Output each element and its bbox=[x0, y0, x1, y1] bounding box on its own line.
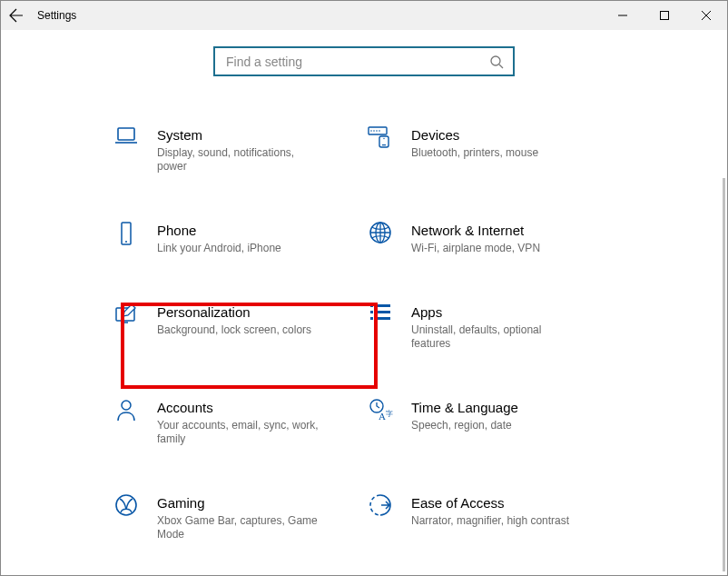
scrollbar-thumb[interactable] bbox=[723, 178, 725, 571]
item-title: Apps bbox=[411, 304, 575, 321]
svg-point-4 bbox=[370, 130, 372, 132]
phone-icon bbox=[117, 221, 135, 246]
content-area: System Display, sound, notifications, po… bbox=[1, 30, 727, 541]
item-phone[interactable]: Phone Link your Android, iPhone bbox=[110, 223, 364, 255]
devices-icon bbox=[367, 125, 394, 149]
item-title: Network & Internet bbox=[411, 223, 540, 239]
minimize-icon bbox=[617, 10, 628, 21]
search-bar[interactable] bbox=[213, 46, 515, 76]
svg-text:字: 字 bbox=[386, 410, 393, 418]
item-title: Personalization bbox=[157, 304, 311, 321]
item-desc: Wi-Fi, airplane mode, VPN bbox=[411, 242, 540, 255]
item-apps[interactable]: Apps Uninstall, defaults, optional featu… bbox=[364, 304, 618, 351]
xbox-icon bbox=[114, 493, 138, 517]
settings-grid: System Display, sound, notifications, po… bbox=[110, 127, 618, 541]
item-desc: Xbox Game Bar, captures, Game Mode bbox=[157, 514, 320, 541]
item-network[interactable]: Network & Internet Wi-Fi, airplane mode,… bbox=[364, 223, 618, 255]
svg-rect-16 bbox=[370, 304, 373, 307]
time-language-icon: A字 bbox=[368, 398, 393, 422]
item-devices[interactable]: Devices Bluetooth, printers, mouse bbox=[364, 127, 618, 174]
svg-text:A: A bbox=[379, 411, 386, 422]
item-title: Gaming bbox=[157, 495, 320, 511]
laptop-icon bbox=[113, 125, 139, 147]
svg-rect-18 bbox=[370, 311, 373, 313]
item-desc: Display, sound, notifications, power bbox=[157, 146, 320, 174]
item-ease[interactable]: Ease of Access Narrator, magnifier, high… bbox=[364, 495, 618, 541]
window-title: Settings bbox=[37, 9, 76, 22]
item-desc: Link your Android, iPhone bbox=[157, 242, 281, 255]
svg-point-22 bbox=[122, 401, 131, 410]
svg-point-6 bbox=[376, 130, 378, 132]
search-icon bbox=[489, 55, 504, 69]
apps-list-icon bbox=[369, 303, 392, 323]
item-desc: Narrator, magnifier, high contrast bbox=[411, 514, 569, 528]
item-time[interactable]: A字 Time & Language Speech, region, date bbox=[364, 400, 618, 446]
close-icon bbox=[701, 10, 712, 21]
settings-window: Settings System Display, sound bbox=[0, 0, 728, 576]
svg-point-9 bbox=[383, 138, 384, 139]
maximize-icon bbox=[659, 10, 670, 21]
svg-point-1 bbox=[491, 56, 500, 65]
svg-rect-17 bbox=[376, 304, 390, 307]
back-button[interactable] bbox=[1, 1, 32, 30]
item-desc: Background, lock screen, colors bbox=[157, 323, 311, 337]
svg-point-12 bbox=[125, 241, 127, 243]
back-arrow-icon bbox=[9, 8, 24, 23]
titlebar: Settings bbox=[1, 1, 727, 30]
person-icon bbox=[115, 398, 137, 422]
item-title: Accounts bbox=[157, 400, 320, 416]
svg-point-7 bbox=[379, 130, 380, 132]
svg-rect-20 bbox=[370, 317, 373, 320]
svg-rect-19 bbox=[376, 311, 390, 313]
svg-rect-21 bbox=[376, 317, 390, 320]
item-desc: Uninstall, defaults, optional features bbox=[411, 323, 575, 351]
item-desc: Speech, region, date bbox=[411, 419, 518, 432]
personalization-icon bbox=[113, 303, 139, 324]
item-title: Time & Language bbox=[411, 400, 518, 416]
item-title: Ease of Access bbox=[411, 495, 569, 511]
item-accounts[interactable]: Accounts Your accounts, email, sync, wor… bbox=[110, 400, 364, 446]
maximize-button[interactable] bbox=[644, 1, 685, 30]
minimize-button[interactable] bbox=[602, 1, 644, 30]
svg-point-5 bbox=[373, 130, 375, 132]
item-gaming[interactable]: Gaming Xbox Game Bar, captures, Game Mod… bbox=[110, 495, 364, 541]
item-desc: Bluetooth, printers, mouse bbox=[411, 146, 538, 160]
svg-rect-10 bbox=[382, 144, 386, 145]
window-controls bbox=[602, 1, 727, 30]
scrollbar[interactable] bbox=[718, 178, 727, 571]
item-desc: Your accounts, email, sync, work, family bbox=[157, 419, 320, 446]
ease-of-access-icon bbox=[369, 493, 392, 517]
svg-rect-0 bbox=[661, 12, 669, 20]
item-system[interactable]: System Display, sound, notifications, po… bbox=[110, 127, 364, 174]
close-button[interactable] bbox=[685, 1, 727, 30]
globe-icon bbox=[369, 221, 392, 244]
item-title: Devices bbox=[411, 127, 538, 144]
svg-point-26 bbox=[116, 495, 136, 515]
item-personalization[interactable]: Personalization Background, lock screen,… bbox=[110, 304, 364, 351]
svg-rect-2 bbox=[118, 128, 134, 140]
item-title: System bbox=[157, 127, 320, 144]
item-title: Phone bbox=[157, 223, 281, 239]
search-input[interactable] bbox=[224, 54, 489, 70]
